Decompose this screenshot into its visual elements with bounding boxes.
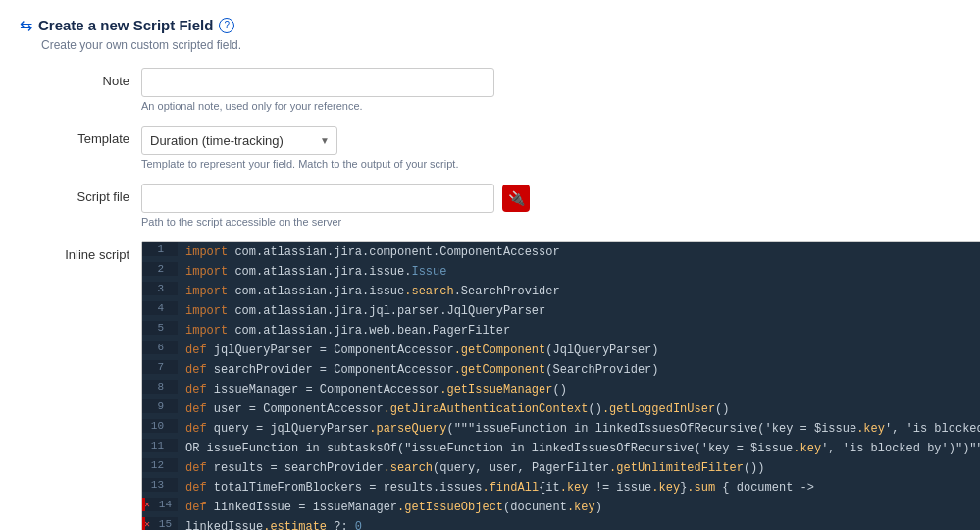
- template-label: Template: [41, 126, 129, 146]
- code-line: ✕15linkedIssue.estimate ?: 0: [142, 517, 980, 530]
- template-select[interactable]: Duration (time-tracking) Number Text Dat…: [141, 126, 337, 155]
- script-file-hint: Path to the script accessible on the ser…: [141, 216, 960, 228]
- code-line: 2import com.atlassian.jira.issue.Issue: [142, 262, 980, 282]
- code-line: 4import com.atlassian.jira.jql.parser.Jq…: [142, 301, 980, 321]
- code-line: ✕14def linkedIssue = issueManager.getIss…: [142, 498, 980, 517]
- plugin-icon: 🔌: [502, 185, 530, 212]
- code-line: 13def totalTimeFromBlockers = results.is…: [142, 478, 980, 498]
- code-line: 9def user = ComponentAccessor.getJiraAut…: [142, 399, 980, 419]
- code-line: 3import com.atlassian.jira.issue.search.…: [142, 282, 980, 301]
- help-icon[interactable]: ?: [219, 18, 234, 33]
- inline-script-label: Inline script: [41, 241, 129, 262]
- page-title: Create a new Script Field: [38, 17, 213, 33]
- code-line: 6def jqlQueryParser = ComponentAccessor.…: [142, 341, 980, 360]
- code-line: 7def searchProvider = ComponentAccessor.…: [142, 360, 980, 380]
- code-line: 11OR issueFunction in subtasksOf("issueF…: [142, 439, 980, 458]
- code-editor[interactable]: 1import com.atlassian.jira.component.Com…: [141, 241, 980, 530]
- code-line: 1import com.atlassian.jira.component.Com…: [142, 242, 980, 262]
- back-arrow-icon[interactable]: ⇆: [20, 16, 32, 34]
- code-line: 10def query = jqlQueryParser.parseQuery(…: [142, 419, 980, 439]
- code-line: 8def issueManager = ComponentAccessor.ge…: [142, 380, 980, 399]
- template-hint: Template to represent your field. Match …: [141, 158, 960, 170]
- code-line: 12def results = searchProvider.search(qu…: [142, 458, 980, 478]
- note-hint: An optional note, used only for your ref…: [141, 100, 960, 112]
- note-input[interactable]: [141, 68, 494, 97]
- script-file-label: Script file: [41, 184, 129, 204]
- code-line: 5import com.atlassian.jira.web.bean.Page…: [142, 321, 980, 341]
- note-label: Note: [41, 68, 129, 88]
- script-file-input[interactable]: [141, 184, 494, 213]
- page-subtitle: Create your own custom scripted field.: [41, 38, 960, 52]
